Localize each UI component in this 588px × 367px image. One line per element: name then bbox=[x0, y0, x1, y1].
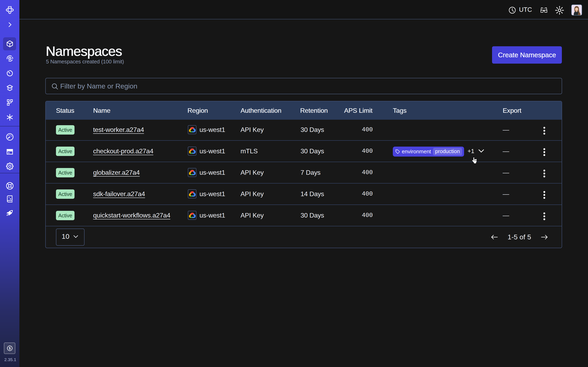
svg-text:$: $ bbox=[9, 347, 11, 350]
